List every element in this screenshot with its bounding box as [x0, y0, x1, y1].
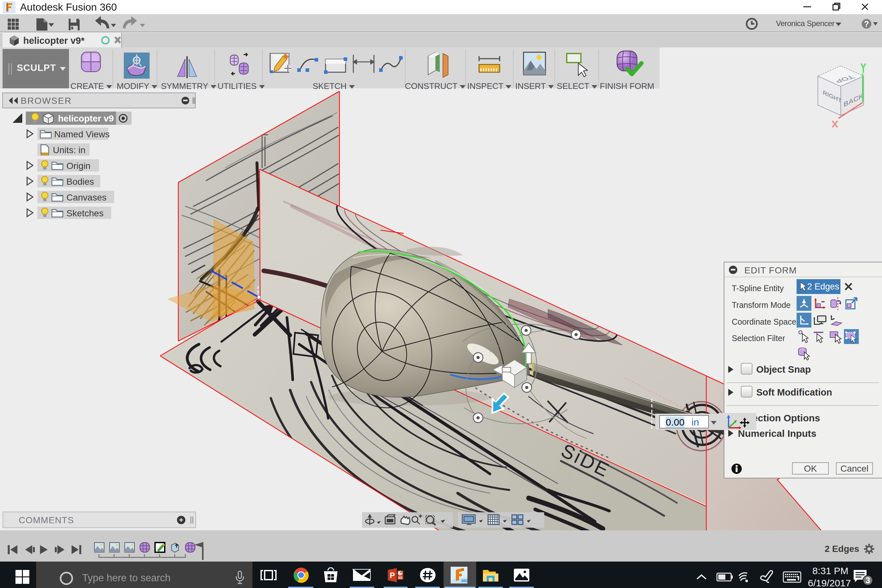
svg-text:360: 360	[461, 578, 467, 583]
svg-text:3: 3	[866, 575, 870, 585]
svg-text:?: ?	[864, 20, 869, 28]
svg-text:P: P	[390, 571, 395, 580]
